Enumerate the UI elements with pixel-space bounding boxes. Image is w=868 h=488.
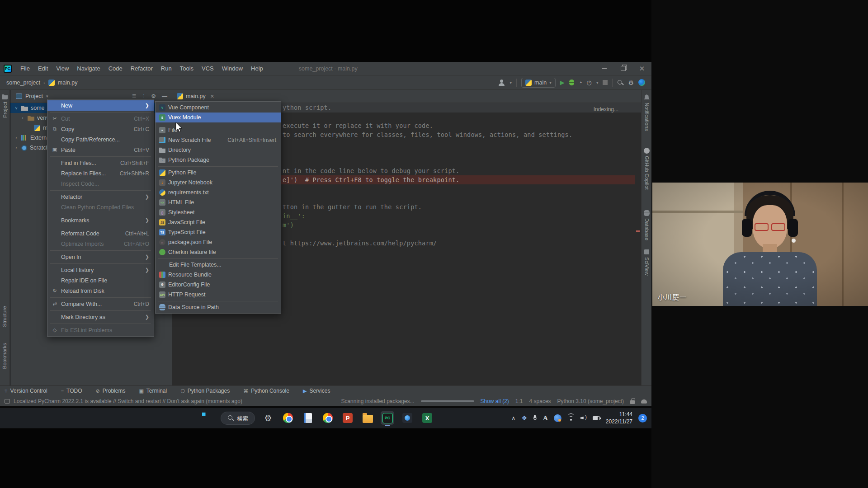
menu-item-gherkin-feature-file[interactable]: Gherkin feature file: [156, 247, 281, 257]
taskbar-search[interactable]: 検索: [221, 412, 255, 425]
menu-item-resource-bundle[interactable]: Resource Bundle: [156, 270, 281, 280]
menu-item-python-file[interactable]: Python File: [156, 168, 281, 178]
dark-app-icon[interactable]: [401, 411, 414, 425]
minimize-button[interactable]: [594, 62, 613, 75]
dropbox-icon[interactable]: ❖: [521, 414, 527, 422]
menu-item-file[interactable]: ≡File: [156, 125, 281, 135]
menu-window[interactable]: Window: [218, 62, 247, 75]
notification-count-badge[interactable]: 2: [638, 414, 647, 422]
profiler-button[interactable]: ◔: [579, 79, 582, 86]
battery-icon[interactable]: [593, 416, 600, 420]
menu-refactor[interactable]: Refactor: [127, 62, 157, 75]
locate-file-icon[interactable]: ≣: [132, 93, 137, 99]
menu-edit[interactable]: Edit: [34, 62, 52, 75]
tool-stripe-project[interactable]: Project: [2, 94, 8, 118]
powerpoint-icon[interactable]: P: [341, 411, 354, 425]
assistant-icon[interactable]: [554, 414, 561, 422]
menu-item-vuex-module[interactable]: SVuex Module: [156, 113, 281, 122]
menu-item-reload-from-disk[interactable]: ↻Reload from Disk: [47, 286, 154, 296]
menu-item-optimize-imports[interactable]: Optimize ImportsCtrl+Alt+O: [47, 239, 154, 249]
taskbar-clock[interactable]: 11:44 2022/11/27: [606, 411, 632, 425]
menu-item-find-in-files[interactable]: Find in Files...Ctrl+Shift+F: [47, 158, 154, 168]
tool-stripe-github-copilot[interactable]: GitHub Copilot: [644, 148, 650, 190]
menu-item-reformat-code[interactable]: Reformat CodeCtrl+Alt+L: [47, 228, 154, 239]
file-explorer-icon[interactable]: [361, 411, 374, 425]
menu-item-javascript-file[interactable]: JSJavaScript File: [156, 217, 281, 227]
search-everywhere-icon[interactable]: [617, 80, 623, 86]
menu-item-clean-python-compiled-files[interactable]: Clean Python Compiled Files: [47, 202, 154, 212]
pycharm-taskbar-icon[interactable]: PC: [381, 411, 394, 425]
show-all-link[interactable]: Show all (2): [481, 398, 509, 404]
menu-item-edit-file-templates[interactable]: Edit File Templates...: [156, 260, 281, 270]
ime-language-icon[interactable]: A: [543, 414, 548, 422]
toolwindow-version-control[interactable]: ⑂Version Control: [5, 388, 47, 394]
wifi-icon[interactable]: [567, 415, 575, 421]
tool-stripe-bookmarks[interactable]: Bookmarks: [2, 343, 7, 369]
tray-expand-icon[interactable]: ∧: [511, 415, 516, 422]
breadcrumb-file[interactable]: main.py: [58, 80, 78, 86]
menu-view[interactable]: View: [52, 62, 73, 75]
menu-item-cut[interactable]: ✂CutCtrl+X: [47, 113, 154, 124]
chrome-profile-icon[interactable]: [321, 411, 335, 425]
panel-settings-icon[interactable]: ⚙: [151, 93, 156, 99]
chrome-icon[interactable]: [281, 411, 295, 425]
menu-item-new-scratch-file[interactable]: New Scratch FileCtrl+Alt+Shift+Insert: [156, 135, 281, 145]
menu-item-stylesheet[interactable]: {}Stylesheet: [156, 207, 281, 217]
run-button[interactable]: ▶: [560, 79, 565, 86]
menu-item-compare-with[interactable]: ⇄Compare With...Ctrl+D: [47, 299, 154, 309]
menu-item-bookmarks[interactable]: Bookmarks❯: [47, 215, 154, 225]
toolwindow-services[interactable]: ▶Services: [303, 388, 330, 394]
restore-button[interactable]: [613, 62, 632, 75]
menu-navigate[interactable]: Navigate: [73, 62, 104, 75]
menu-item-open-in[interactable]: Open In❯: [47, 252, 154, 262]
menu-item-fix-eslint-problems[interactable]: ◇Fix ESLint Problems: [47, 325, 154, 335]
tool-stripe-database[interactable]: Database: [644, 210, 650, 240]
code-with-me-icon[interactable]: [498, 80, 505, 86]
breadcrumb-project[interactable]: some_project: [6, 80, 40, 86]
debug-button[interactable]: [569, 80, 574, 85]
menu-code[interactable]: Code: [104, 62, 127, 75]
coverage-button[interactable]: ◷: [587, 79, 592, 86]
toolwindow-python-packages[interactable]: ⬡Python Packages: [180, 388, 230, 394]
chevron-down-icon[interactable]: ▾: [596, 80, 599, 85]
indent-size[interactable]: 4 spaces: [529, 398, 551, 404]
menu-vcs[interactable]: VCS: [198, 62, 218, 75]
microphone-icon[interactable]: [533, 415, 537, 421]
settings-app-icon[interactable]: ⚙: [261, 411, 275, 425]
tab-close-icon[interactable]: ✕: [210, 94, 214, 99]
notifications-icon[interactable]: [641, 399, 647, 404]
close-button[interactable]: ✕: [632, 62, 651, 75]
settings-gear-icon[interactable]: ⚙: [628, 79, 634, 86]
menu-item-typescript-file[interactable]: TSTypeScript File: [156, 227, 281, 237]
menu-item-http-request[interactable]: APIHTTP Request: [156, 290, 281, 300]
menu-item-replace-in-files[interactable]: Replace in Files...Ctrl+Shift+R: [47, 168, 154, 178]
menu-item-inspect-code[interactable]: Inspect Code...: [47, 178, 154, 189]
learn-sphere-icon[interactable]: [638, 79, 645, 86]
lock-icon[interactable]: [630, 400, 635, 404]
run-configuration-select[interactable]: main ▾: [521, 78, 556, 88]
toolwindow-problems[interactable]: ⊘Problems: [96, 388, 126, 394]
volume-icon[interactable]: [580, 415, 587, 421]
tab-main-py[interactable]: main.py: [186, 93, 206, 99]
tool-stripe-structure[interactable]: Structure: [2, 306, 7, 327]
toolwindow-terminal[interactable]: ▣Terminal: [139, 388, 167, 394]
tool-stripe-sciview[interactable]: SciView: [644, 249, 650, 276]
caret-position[interactable]: 1:1: [515, 398, 523, 404]
toolwindow-todo[interactable]: ≡TODO: [61, 388, 82, 394]
menu-item-local-history[interactable]: Local History❯: [47, 265, 154, 275]
menu-item-python-package[interactable]: ·Python Package: [156, 155, 281, 165]
menu-item-paste[interactable]: ▣PasteCtrl+V: [47, 145, 154, 155]
status-message[interactable]: Localized PyCharm 2022.2.1 is available …: [5, 398, 242, 404]
menu-item-mark-directory-as[interactable]: Mark Directory as❯: [47, 312, 154, 322]
menu-item-copy[interactable]: ⧉CopyCtrl+C: [47, 124, 154, 134]
menu-item-requirements-txt[interactable]: requirements.txt: [156, 188, 281, 197]
menu-item-jupyter-notebook[interactable]: JJupyter Notebook: [156, 178, 281, 188]
collapse-all-icon[interactable]: ÷: [142, 93, 146, 99]
menu-item-new[interactable]: New❯: [47, 100, 154, 111]
excel-icon[interactable]: X: [420, 411, 434, 425]
project-panel-header[interactable]: Project ▾ ≣ ÷ ⚙ —: [10, 93, 172, 99]
tool-stripe-notifications[interactable]: Notifications: [644, 94, 650, 131]
menu-tools[interactable]: Tools: [176, 62, 198, 75]
menu-item-package-json-file[interactable]: npackage.json File: [156, 237, 281, 247]
menu-item-directory[interactable]: Directory: [156, 145, 281, 155]
